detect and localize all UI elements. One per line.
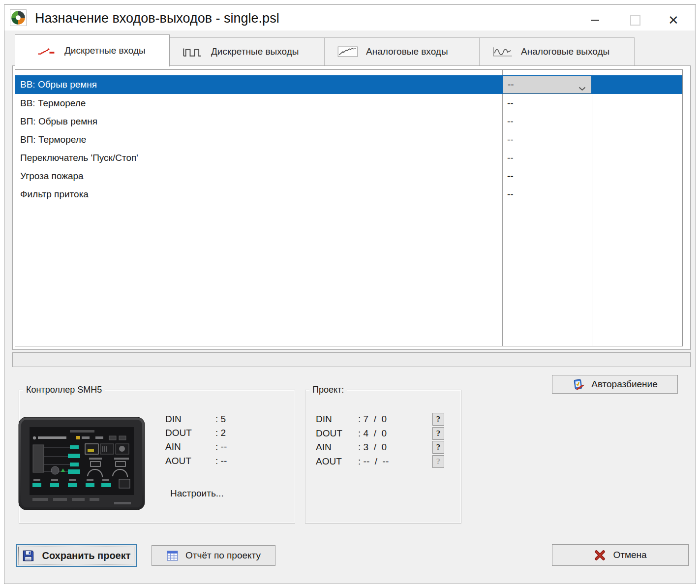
- controller-group-title: Контроллер SMH5: [23, 385, 105, 395]
- stat-ain: AIN: --: [165, 441, 227, 452]
- analog-ramp-chart-icon: [337, 46, 358, 57]
- signal-value: --: [507, 189, 514, 200]
- help-button-dout[interactable]: ?: [432, 427, 444, 440]
- signal-list: ВВ: Обрыв ремня -- ВВ: Термореле -- ВП: …: [15, 69, 683, 346]
- autosplit-icon: [572, 378, 584, 391]
- combobox-value: --: [508, 79, 514, 90]
- signal-row[interactable]: ВП: Термореле --: [15, 130, 682, 149]
- project-report-button[interactable]: Отчёт по проекту: [152, 545, 275, 566]
- sine-wave-chart-icon: [492, 46, 513, 57]
- tab-discrete-outputs[interactable]: Дискретные выходы: [170, 37, 325, 65]
- maximize-button[interactable]: [624, 9, 646, 31]
- project-group: Проект: DIN: 7 / 0 DOUT: 4 / 0 AIN: 3 / …: [305, 390, 461, 524]
- signal-row-selected[interactable]: ВВ: Обрыв ремня --: [15, 75, 682, 94]
- minimize-button[interactable]: [583, 9, 606, 31]
- signal-name: ВП: Обрыв ремня: [20, 116, 97, 127]
- status-strip: [12, 352, 691, 367]
- tab-discrete-inputs[interactable]: Дискретные входы: [15, 34, 170, 66]
- tab-label: Аналоговые выходы: [521, 46, 609, 57]
- signal-name: ВВ: Термореле: [20, 98, 86, 109]
- help-button-din[interactable]: ?: [432, 413, 444, 426]
- signal-name: ВП: Термореле: [20, 134, 86, 145]
- signal-value: --: [507, 98, 514, 109]
- close-icon: ✕: [668, 14, 679, 27]
- stat-din: DIN: 7 / 0: [316, 414, 387, 425]
- square-wave-icon: [183, 46, 203, 57]
- tab-analog-inputs[interactable]: Аналоговые входы: [325, 37, 480, 65]
- signal-name: ВВ: Обрыв ремня: [20, 79, 97, 90]
- stat-din: DIN: 5: [165, 414, 226, 425]
- stat-aout: AOUT: --: [165, 456, 227, 466]
- signal-value: --: [507, 153, 514, 163]
- stat-aout: AOUT: -- / --: [316, 456, 389, 467]
- help-button-aout[interactable]: ?: [432, 455, 444, 468]
- tab-label: Дискретные входы: [64, 45, 146, 56]
- save-project-button[interactable]: Сохранить проект: [16, 544, 137, 567]
- controller-image: [18, 415, 146, 514]
- signal-row[interactable]: ВВ: Термореле --: [15, 94, 682, 112]
- stat-ain: AIN: 3 / 0: [316, 442, 387, 453]
- floppy-disk-icon: [22, 549, 35, 562]
- tab-label: Дискретные выходы: [211, 46, 299, 57]
- autosplit-button[interactable]: Авторазбиение: [552, 375, 678, 394]
- cancel-label: Отмена: [613, 550, 646, 560]
- report-label: Отчёт по проекту: [185, 550, 261, 561]
- signal-row[interactable]: ВП: Обрыв ремня --: [15, 112, 682, 130]
- discrete-input-step-icon: [37, 45, 57, 56]
- tab-analog-outputs[interactable]: Аналоговые выходы: [480, 37, 635, 65]
- stat-dout: DOUT: 2: [165, 428, 226, 438]
- signal-name: Угроза пожара: [20, 171, 84, 182]
- maximize-icon: [630, 15, 640, 26]
- project-group-title: Проект:: [309, 385, 347, 395]
- title-bar[interactable]: Назначение входов-выходов - single.psl ✕: [4, 5, 695, 31]
- autosplit-label: Авторазбиение: [591, 379, 658, 390]
- signal-value: --: [507, 116, 514, 127]
- signal-value: --: [507, 134, 514, 145]
- signal-row[interactable]: Угроза пожара --: [15, 167, 682, 185]
- cancel-x-icon: [594, 549, 606, 561]
- stat-dout: DOUT: 4 / 0: [316, 428, 387, 439]
- signal-name: Фильтр притока: [20, 189, 89, 200]
- signal-name: Переключатель 'Пуск/Стоп': [20, 153, 138, 163]
- minimize-icon: [591, 20, 599, 21]
- help-button-ain[interactable]: ?: [432, 441, 444, 454]
- assignment-combobox[interactable]: --: [503, 76, 591, 93]
- app-icon: [10, 9, 27, 28]
- chevron-down-icon: [578, 83, 586, 93]
- table-grid-icon: [166, 550, 179, 562]
- configure-link[interactable]: Настроить...: [170, 488, 224, 499]
- signal-value: --: [507, 171, 514, 182]
- signal-row[interactable]: Фильтр притока --: [15, 185, 682, 203]
- tab-label: Аналоговые входы: [366, 46, 448, 57]
- save-label: Сохранить проект: [42, 550, 130, 561]
- cancel-button[interactable]: Отмена: [552, 544, 689, 566]
- signal-row[interactable]: Переключатель 'Пуск/Стоп' --: [15, 149, 682, 167]
- close-button[interactable]: ✕: [662, 9, 685, 31]
- window-title: Назначение входов-выходов - single.psl: [35, 11, 279, 26]
